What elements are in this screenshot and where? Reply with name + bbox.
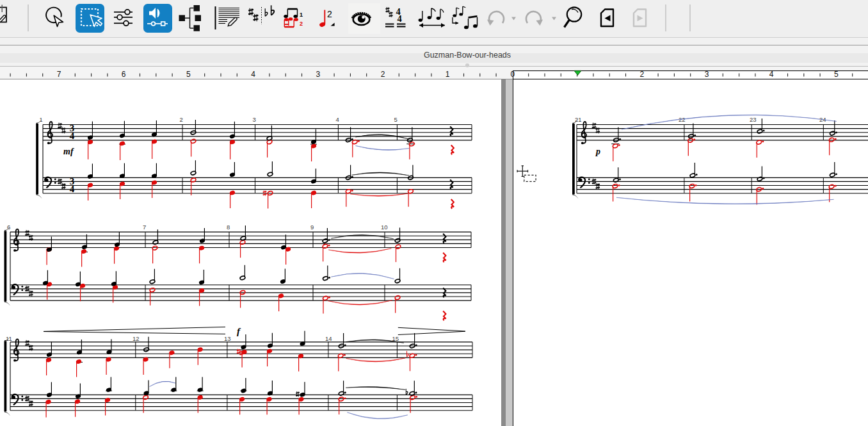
svg-text:10: 10 [381,224,388,231]
svg-text:5: 5 [834,70,839,79]
svg-text:21: 21 [575,116,582,123]
svg-text:2: 2 [180,116,183,123]
svg-text:15: 15 [392,335,399,342]
svg-text:3: 3 [316,70,320,79]
svg-text:p: p [595,147,600,156]
svg-text:6: 6 [122,70,126,79]
svg-text:4: 4 [251,70,255,79]
svg-text:5: 5 [186,70,191,79]
svg-text:23: 23 [750,116,757,123]
svg-text:1: 1 [300,12,303,18]
svg-text:4: 4 [769,70,774,79]
svg-text:3: 3 [253,116,256,123]
svg-text:5: 5 [394,116,398,123]
svg-text:9: 9 [310,224,314,231]
svg-text:7: 7 [143,224,146,231]
svg-text:2: 2 [300,20,303,27]
svg-text:2: 2 [327,9,332,19]
svg-text:8: 8 [227,224,230,231]
svg-text:4: 4 [336,116,339,123]
svg-text:4: 4 [398,13,402,24]
svg-text:13: 13 [224,335,231,342]
svg-text:f: f [237,326,241,336]
svg-text:14: 14 [325,335,332,342]
svg-text:1: 1 [446,70,450,79]
svg-text:4: 4 [70,184,75,194]
svg-text:2: 2 [381,70,385,79]
svg-text:11: 11 [6,335,12,342]
svg-text:12: 12 [133,335,140,342]
svg-text:4: 4 [70,131,75,141]
svg-text:3: 3 [705,70,709,79]
svg-text:mf: mf [63,147,74,156]
svg-text:6: 6 [7,224,10,231]
svg-text:7: 7 [57,70,61,79]
svg-text:1: 1 [40,117,43,123]
svg-text:2: 2 [639,70,644,79]
svg-text:0: 0 [511,70,515,79]
